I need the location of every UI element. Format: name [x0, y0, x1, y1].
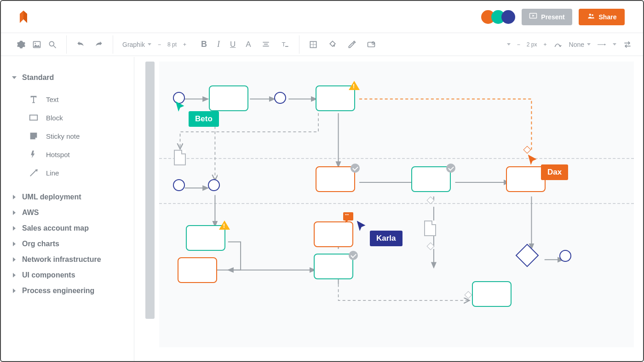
svg-marker-20	[558, 45, 562, 46]
sidebar-item-hotspot[interactable]: Hotspot	[29, 145, 125, 164]
collaborator-name: Dax	[541, 164, 568, 180]
sidebar-section-aws[interactable]: AWS	[12, 205, 125, 221]
arrow-type-icon[interactable]	[597, 40, 606, 49]
bold-icon[interactable]: B	[201, 40, 207, 49]
gateway-shape[interactable]	[465, 291, 472, 299]
bpmn-event[interactable]	[173, 179, 185, 191]
sidebar-item-line[interactable]: Line	[29, 164, 125, 182]
sidebar-section-uml[interactable]: UML deployment	[12, 189, 125, 205]
sidebar-section-process[interactable]: Process engineering	[12, 283, 125, 299]
font-decrease-button[interactable]: −	[158, 41, 161, 48]
line-icon	[29, 168, 39, 178]
sidebar-item-block[interactable]: Block	[29, 108, 125, 127]
sidebar-section-label: Standard	[22, 74, 54, 82]
line-end-icon[interactable]	[553, 40, 563, 49]
svg-point-4	[589, 14, 591, 16]
bpmn-task[interactable]	[314, 221, 353, 247]
collaborator-cursor: Karla	[355, 220, 402, 246]
collaborator-cursor: Dax	[526, 153, 568, 180]
sidebar-section-sales[interactable]: Sales account map	[12, 221, 125, 236]
swap-icon[interactable]	[623, 40, 632, 49]
border-icon[interactable]	[309, 40, 318, 49]
check-badge-icon	[351, 164, 360, 173]
sidebar-section-standard[interactable]: Standard	[12, 70, 125, 85]
text-color-icon[interactable]: A	[246, 40, 251, 49]
sidebar-item-sticky-note[interactable]: Sticky note	[29, 127, 125, 145]
line-style-label: None	[569, 41, 584, 48]
document-shape[interactable]	[174, 150, 186, 165]
collaborator-avatars[interactable]	[485, 10, 515, 24]
bpmn-end-event[interactable]	[559, 250, 571, 262]
chevron-down-icon	[587, 43, 591, 45]
font-family-label: Graphik	[122, 41, 145, 48]
font-increase-button[interactable]: +	[183, 41, 186, 48]
collaborator-name: Beto	[189, 111, 219, 127]
bpmn-task[interactable]	[472, 281, 512, 307]
stroke-width-value: 2 px	[527, 41, 537, 48]
cursor-icon	[526, 153, 540, 169]
clear-format-icon[interactable]: T	[281, 40, 290, 49]
bpmn-gateway[interactable]	[516, 244, 539, 267]
bpmn-event[interactable]	[274, 92, 286, 104]
sticky-note-icon	[29, 131, 39, 141]
chevron-down-icon[interactable]	[613, 43, 616, 45]
chevron-right-icon	[13, 195, 16, 199]
fill-icon[interactable]	[328, 40, 337, 49]
bpmn-task[interactable]	[178, 257, 217, 283]
underline-icon[interactable]: U	[230, 40, 236, 49]
app-header: Present Share	[1, 1, 643, 33]
chevron-right-icon	[13, 273, 16, 277]
bpmn-task[interactable]	[316, 166, 355, 192]
chevron-down-icon[interactable]	[507, 43, 511, 45]
svg-rect-23	[30, 115, 38, 120]
sidebar-item-label: Hotspot	[46, 151, 70, 158]
chevron-right-icon	[13, 257, 16, 262]
collaborator-cursor: Beto	[174, 100, 219, 127]
check-badge-icon	[349, 251, 358, 260]
bpmn-task[interactable]	[411, 166, 451, 192]
sidebar-section-label: Sales account map	[22, 224, 89, 232]
redo-icon[interactable]	[94, 40, 104, 49]
stroke-increase-button[interactable]: +	[544, 41, 547, 48]
comment-badge-icon[interactable]: ""	[343, 212, 353, 221]
canvas[interactable]: "" Beto Karla	[134, 57, 643, 361]
undo-icon[interactable]	[76, 40, 85, 49]
sidebar-section-label: AWS	[22, 209, 39, 217]
sidebar-item-label: Text	[46, 96, 59, 103]
document-shape[interactable]	[424, 221, 436, 236]
present-button[interactable]: Present	[522, 9, 572, 25]
eyedropper-icon[interactable]	[347, 40, 356, 49]
share-button[interactable]: Share	[579, 9, 625, 25]
chevron-right-icon	[13, 242, 16, 246]
sidebar-section-label: Org charts	[22, 240, 59, 248]
chevron-right-icon	[13, 226, 16, 231]
gateway-shape[interactable]	[427, 243, 435, 250]
align-icon[interactable]	[261, 40, 270, 49]
image-icon[interactable]	[32, 40, 41, 49]
font-size-value: 8 pt	[167, 41, 177, 48]
stroke-decrease-button[interactable]: −	[517, 41, 520, 48]
line-style-select[interactable]: None	[569, 41, 591, 48]
bpmn-task[interactable]	[314, 254, 353, 279]
vertical-ruler	[145, 62, 155, 319]
settings-icon[interactable]	[17, 40, 26, 49]
bpmn-event[interactable]	[208, 179, 220, 191]
chevron-down-icon	[12, 76, 17, 79]
sidebar-item-text[interactable]: Text	[29, 90, 125, 108]
svg-line-9	[54, 45, 56, 48]
svg-point-5	[592, 14, 593, 16]
present-label: Present	[541, 13, 564, 21]
search-icon[interactable]	[48, 40, 57, 49]
font-family-select[interactable]: Graphik	[122, 41, 151, 48]
italic-icon[interactable]: I	[217, 40, 220, 49]
avatar[interactable]	[501, 10, 515, 24]
swim-lane-divider	[159, 203, 634, 204]
svg-marker-3	[533, 15, 535, 17]
sidebar-section-uicomp[interactable]: UI components	[12, 267, 125, 283]
sidebar-section-network[interactable]: Network infrastructure	[12, 252, 125, 267]
sidebar-section-org[interactable]: Org charts	[12, 236, 125, 252]
sidebar-item-label: Line	[46, 169, 59, 177]
gateway-shape[interactable]	[523, 146, 531, 154]
shape-library-sidebar: Standard Text Block Sticky note	[1, 57, 134, 361]
style-icon[interactable]	[367, 40, 376, 49]
